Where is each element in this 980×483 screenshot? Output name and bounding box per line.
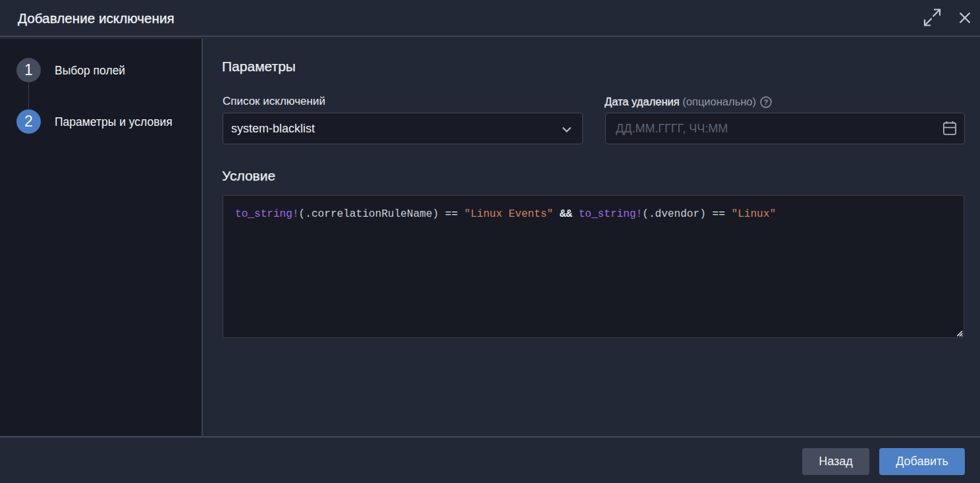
svg-text:?: ?: [763, 98, 768, 106]
